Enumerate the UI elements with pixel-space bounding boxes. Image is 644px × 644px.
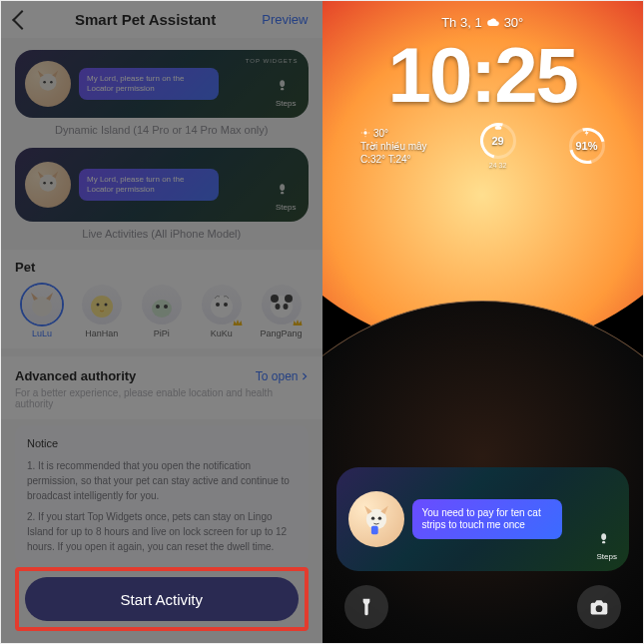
- svg-point-19: [275, 304, 280, 310]
- live-activity-card[interactable]: You need to pay for ten cat strips to to…: [336, 467, 630, 571]
- flashlight-icon: [356, 597, 376, 617]
- back-icon[interactable]: [12, 10, 32, 30]
- notice-item: 2. If you start Top Widgets once, pets c…: [27, 509, 297, 554]
- pet-section: Pet LuLu HanHan PiPi: [1, 250, 322, 348]
- svg-point-4: [43, 182, 46, 185]
- temperature-ring-widget[interactable]: 29 24 32: [480, 123, 516, 169]
- ring-subtext: 24 32: [489, 162, 507, 169]
- pet-label: PangPang: [261, 328, 303, 338]
- header: Smart Pet Assistant Preview: [1, 1, 322, 38]
- svg-point-3: [40, 175, 57, 192]
- pet-item-pangpang[interactable]: PangPang: [255, 285, 309, 338]
- pet-section-title: Pet: [15, 260, 309, 275]
- pet-item-pipi[interactable]: PiPi: [135, 285, 189, 338]
- crown-icon: [292, 317, 304, 328]
- lockscreen-date: Th 3, 1 30°: [322, 1, 644, 30]
- lock-screen-pane: Th 3, 1 30° 10:25 30° Trời nhiều mây C:3…: [322, 1, 644, 643]
- svg-rect-29: [370, 526, 377, 535]
- cloud-icon: [494, 124, 502, 132]
- pet-icon: [142, 285, 182, 324]
- pet-item-hanhan[interactable]: HanHan: [75, 285, 129, 338]
- svg-point-17: [271, 295, 279, 303]
- widget-row: 30° Trời nhiều mây C:32° T:24° 29 24 32 …: [322, 123, 644, 169]
- svg-point-20: [283, 304, 288, 310]
- app-settings-pane: Smart Pet Assistant Preview TOP WIDGETS …: [1, 1, 322, 643]
- svg-point-27: [370, 516, 373, 519]
- pet-avatar-icon: [25, 61, 71, 107]
- chevron-right-icon: [301, 372, 309, 380]
- start-activity-wrapper: Start Activity: [1, 559, 322, 643]
- svg-point-11: [156, 305, 160, 309]
- svg-point-14: [216, 303, 220, 307]
- pet-list: LuLu HanHan PiPi KuKu: [15, 285, 309, 338]
- svg-point-0: [40, 74, 57, 91]
- pet-item-kuku[interactable]: KuKu: [195, 285, 249, 338]
- svg-point-5: [50, 182, 53, 185]
- camera-button[interactable]: [577, 585, 621, 629]
- notice-title: Notice: [27, 435, 297, 452]
- pet-avatar-icon: [348, 491, 404, 547]
- battery-ring-widget[interactable]: 91%: [569, 128, 605, 164]
- pet-label: PiPi: [154, 328, 170, 338]
- steps-indicator: Steps: [597, 530, 617, 561]
- bolt-icon: [583, 129, 591, 137]
- svg-point-10: [152, 300, 172, 318]
- speech-bubble: My Lord, please turn on the Locator perm…: [79, 68, 219, 99]
- pet-avatar-icon: [25, 162, 71, 208]
- crown-icon: [232, 317, 244, 328]
- flashlight-button[interactable]: [344, 585, 388, 629]
- svg-point-12: [164, 305, 168, 309]
- steps-indicator: Steps: [276, 181, 296, 212]
- svg-point-9: [104, 304, 107, 307]
- advanced-authority-title: Advanced authority: [15, 368, 136, 383]
- svg-point-28: [377, 516, 380, 519]
- pet-label: LuLu: [32, 328, 52, 338]
- svg-point-8: [96, 304, 99, 307]
- dynamic-island-preview: TOP WIDGETS My Lord, please turn on the …: [15, 50, 309, 118]
- pet-icon: [202, 285, 242, 324]
- pet-item-lulu[interactable]: LuLu: [15, 285, 69, 338]
- sun-icon: [360, 128, 370, 138]
- pet-label: HanHan: [85, 328, 118, 338]
- start-activity-button[interactable]: Start Activity: [25, 577, 299, 621]
- svg-point-15: [224, 303, 228, 307]
- notice-box: Notice 1. It is recommended that you ope…: [15, 425, 309, 564]
- brand-label: TOP WIDGETS: [246, 58, 299, 64]
- advanced-authority-subtitle: For a better experience, please enable l…: [1, 387, 322, 419]
- live-activity-caption: Live Activities (All iPhone Model): [1, 228, 322, 240]
- svg-point-21: [363, 131, 366, 134]
- notice-item: 1. It is recommended that you open the n…: [27, 458, 297, 503]
- advanced-authority-link[interactable]: To open: [256, 369, 309, 383]
- annotation-highlight: Start Activity: [15, 567, 309, 631]
- preview-link[interactable]: Preview: [262, 12, 308, 27]
- svg-point-13: [211, 296, 233, 318]
- pet-label: KuKu: [211, 328, 233, 338]
- pet-icon: [82, 285, 122, 324]
- camera-icon: [589, 597, 609, 617]
- steps-indicator: Steps: [276, 77, 296, 108]
- svg-point-18: [285, 295, 293, 303]
- footprint-icon: [597, 530, 617, 550]
- ring-icon: 91%: [569, 128, 605, 164]
- ring-icon: 29: [480, 123, 516, 159]
- weather-widget[interactable]: 30° Trời nhiều mây C:32° T:24°: [360, 128, 427, 165]
- pet-icon: [262, 285, 302, 324]
- svg-point-1: [43, 81, 46, 84]
- svg-point-7: [91, 296, 113, 318]
- svg-point-2: [50, 81, 53, 84]
- dynamic-island-caption: Dynamic Island (14 Pro or 14 Pro Max onl…: [1, 124, 322, 136]
- pet-icon: [22, 285, 62, 324]
- speech-bubble: My Lord, please turn on the Locator perm…: [79, 169, 219, 200]
- page-title: Smart Pet Assistant: [75, 11, 216, 28]
- cloud-icon: [486, 16, 500, 30]
- advanced-authority-row[interactable]: Advanced authority To open: [1, 356, 322, 387]
- live-activity-preview: My Lord, please turn on the Locator perm…: [15, 148, 309, 222]
- lockscreen-time: 10:25: [322, 30, 644, 121]
- speech-bubble: You need to pay for ten cat strips to to…: [412, 499, 562, 539]
